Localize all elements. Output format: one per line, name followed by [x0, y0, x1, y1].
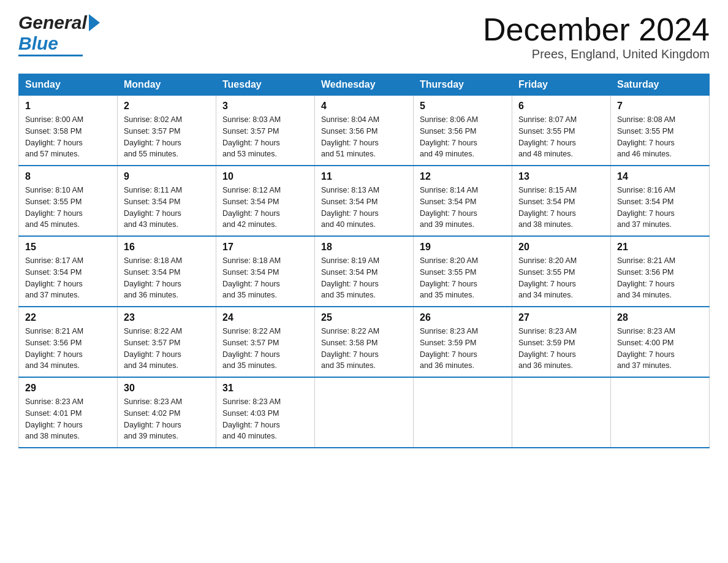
table-row [414, 377, 512, 448]
day-number: 9 [124, 171, 210, 182]
table-row: 29Sunrise: 8:23 AMSunset: 4:01 PMDayligh… [19, 377, 118, 448]
day-info: Sunrise: 8:04 AMSunset: 3:56 PMDaylight:… [321, 114, 407, 160]
logo-blue-row: Blue [18, 33, 58, 54]
day-number: 31 [222, 383, 308, 394]
day-info: Sunrise: 8:02 AMSunset: 3:57 PMDaylight:… [124, 114, 210, 160]
day-info: Sunrise: 8:23 AMSunset: 4:03 PMDaylight:… [222, 396, 308, 442]
day-info: Sunrise: 8:07 AMSunset: 3:55 PMDaylight:… [518, 114, 604, 160]
day-info: Sunrise: 8:15 AMSunset: 3:54 PMDaylight:… [518, 185, 604, 231]
day-info: Sunrise: 8:08 AMSunset: 3:55 PMDaylight:… [617, 114, 703, 160]
table-row: 27Sunrise: 8:23 AMSunset: 3:59 PMDayligh… [512, 307, 611, 377]
col-sunday: Sunday [19, 74, 118, 96]
day-number: 5 [420, 101, 506, 112]
table-row: 16Sunrise: 8:18 AMSunset: 3:54 PMDayligh… [118, 236, 216, 307]
calendar-week-row: 1Sunrise: 8:00 AMSunset: 3:58 PMDaylight… [19, 96, 710, 166]
table-row: 10Sunrise: 8:12 AMSunset: 3:54 PMDayligh… [216, 166, 315, 236]
calendar-week-row: 15Sunrise: 8:17 AMSunset: 3:54 PMDayligh… [19, 236, 710, 307]
col-tuesday: Tuesday [216, 74, 315, 96]
day-number: 18 [321, 242, 407, 253]
col-monday: Monday [118, 74, 216, 96]
table-row: 1Sunrise: 8:00 AMSunset: 3:58 PMDaylight… [19, 96, 118, 166]
table-row: 25Sunrise: 8:22 AMSunset: 3:58 PMDayligh… [315, 307, 414, 377]
day-number: 21 [617, 242, 703, 253]
day-info: Sunrise: 8:18 AMSunset: 3:54 PMDaylight:… [222, 255, 308, 301]
day-info: Sunrise: 8:10 AMSunset: 3:55 PMDaylight:… [25, 185, 111, 231]
day-number: 23 [124, 312, 210, 323]
table-row: 14Sunrise: 8:16 AMSunset: 3:54 PMDayligh… [611, 166, 710, 236]
day-info: Sunrise: 8:23 AMSunset: 4:01 PMDaylight:… [25, 396, 111, 442]
page-header: General Blue December 2024 Prees, Englan… [18, 12, 710, 61]
table-row: 30Sunrise: 8:23 AMSunset: 4:02 PMDayligh… [118, 377, 216, 448]
day-number: 7 [617, 101, 703, 112]
day-number: 11 [321, 171, 407, 182]
day-number: 6 [518, 101, 604, 112]
day-number: 15 [25, 242, 111, 253]
day-number: 4 [321, 101, 407, 112]
day-number: 20 [518, 242, 604, 253]
table-row: 5Sunrise: 8:06 AMSunset: 3:56 PMDaylight… [414, 96, 512, 166]
day-info: Sunrise: 8:11 AMSunset: 3:54 PMDaylight:… [124, 185, 210, 231]
table-row: 8Sunrise: 8:10 AMSunset: 3:55 PMDaylight… [19, 166, 118, 236]
day-info: Sunrise: 8:21 AMSunset: 3:56 PMDaylight:… [617, 255, 703, 301]
day-info: Sunrise: 8:18 AMSunset: 3:54 PMDaylight:… [124, 255, 210, 301]
day-number: 13 [518, 171, 604, 182]
logo-blue-text: Blue [18, 33, 58, 54]
table-row: 18Sunrise: 8:19 AMSunset: 3:54 PMDayligh… [315, 236, 414, 307]
day-number: 14 [617, 171, 703, 182]
table-row: 24Sunrise: 8:22 AMSunset: 3:57 PMDayligh… [216, 307, 315, 377]
day-number: 30 [124, 383, 210, 394]
table-row: 22Sunrise: 8:21 AMSunset: 3:56 PMDayligh… [19, 307, 118, 377]
day-info: Sunrise: 8:16 AMSunset: 3:54 PMDaylight:… [617, 185, 703, 231]
table-row: 4Sunrise: 8:04 AMSunset: 3:56 PMDaylight… [315, 96, 414, 166]
table-row [315, 377, 414, 448]
logo-general-text: General [18, 12, 87, 33]
location-text: Prees, England, United Kingdom [483, 47, 710, 61]
day-number: 27 [518, 312, 604, 323]
day-info: Sunrise: 8:22 AMSunset: 3:58 PMDaylight:… [321, 326, 407, 372]
day-info: Sunrise: 8:06 AMSunset: 3:56 PMDaylight:… [420, 114, 506, 160]
table-row: 12Sunrise: 8:14 AMSunset: 3:54 PMDayligh… [414, 166, 512, 236]
day-number: 26 [420, 312, 506, 323]
header-row: Sunday Monday Tuesday Wednesday Thursday… [19, 74, 710, 96]
table-row: 3Sunrise: 8:03 AMSunset: 3:57 PMDaylight… [216, 96, 315, 166]
day-info: Sunrise: 8:22 AMSunset: 3:57 PMDaylight:… [124, 326, 210, 372]
day-number: 24 [222, 312, 308, 323]
table-row: 17Sunrise: 8:18 AMSunset: 3:54 PMDayligh… [216, 236, 315, 307]
col-wednesday: Wednesday [315, 74, 414, 96]
day-info: Sunrise: 8:17 AMSunset: 3:54 PMDaylight:… [25, 255, 111, 301]
day-number: 19 [420, 242, 506, 253]
day-number: 2 [124, 101, 210, 112]
day-number: 3 [222, 101, 308, 112]
table-row: 7Sunrise: 8:08 AMSunset: 3:55 PMDaylight… [611, 96, 710, 166]
day-info: Sunrise: 8:23 AMSunset: 3:59 PMDaylight:… [420, 326, 506, 372]
calendar-header: Sunday Monday Tuesday Wednesday Thursday… [19, 74, 710, 96]
logo: General Blue [18, 12, 100, 56]
day-info: Sunrise: 8:23 AMSunset: 3:59 PMDaylight:… [518, 326, 604, 372]
calendar-body: 1Sunrise: 8:00 AMSunset: 3:58 PMDaylight… [19, 96, 710, 448]
calendar-week-row: 8Sunrise: 8:10 AMSunset: 3:55 PMDaylight… [19, 166, 710, 236]
day-info: Sunrise: 8:14 AMSunset: 3:54 PMDaylight:… [420, 185, 506, 231]
title-section: December 2024 Prees, England, United Kin… [483, 12, 710, 61]
day-info: Sunrise: 8:03 AMSunset: 3:57 PMDaylight:… [222, 114, 308, 160]
day-number: 28 [617, 312, 703, 323]
day-info: Sunrise: 8:21 AMSunset: 3:56 PMDaylight:… [25, 326, 111, 372]
table-row: 11Sunrise: 8:13 AMSunset: 3:54 PMDayligh… [315, 166, 414, 236]
table-row: 9Sunrise: 8:11 AMSunset: 3:54 PMDaylight… [118, 166, 216, 236]
table-row [611, 377, 710, 448]
table-row: 6Sunrise: 8:07 AMSunset: 3:55 PMDaylight… [512, 96, 611, 166]
logo-underline [18, 55, 83, 56]
day-info: Sunrise: 8:00 AMSunset: 3:58 PMDaylight:… [25, 114, 111, 160]
day-info: Sunrise: 8:20 AMSunset: 3:55 PMDaylight:… [420, 255, 506, 301]
day-number: 10 [222, 171, 308, 182]
day-number: 16 [124, 242, 210, 253]
day-info: Sunrise: 8:13 AMSunset: 3:54 PMDaylight:… [321, 185, 407, 231]
day-info: Sunrise: 8:19 AMSunset: 3:54 PMDaylight:… [321, 255, 407, 301]
day-info: Sunrise: 8:23 AMSunset: 4:00 PMDaylight:… [617, 326, 703, 372]
col-thursday: Thursday [414, 74, 512, 96]
table-row: 2Sunrise: 8:02 AMSunset: 3:57 PMDaylight… [118, 96, 216, 166]
day-info: Sunrise: 8:23 AMSunset: 4:02 PMDaylight:… [124, 396, 210, 442]
table-row: 19Sunrise: 8:20 AMSunset: 3:55 PMDayligh… [414, 236, 512, 307]
logo-arrow-icon [89, 14, 100, 31]
table-row: 28Sunrise: 8:23 AMSunset: 4:00 PMDayligh… [611, 307, 710, 377]
month-title: December 2024 [483, 12, 710, 47]
